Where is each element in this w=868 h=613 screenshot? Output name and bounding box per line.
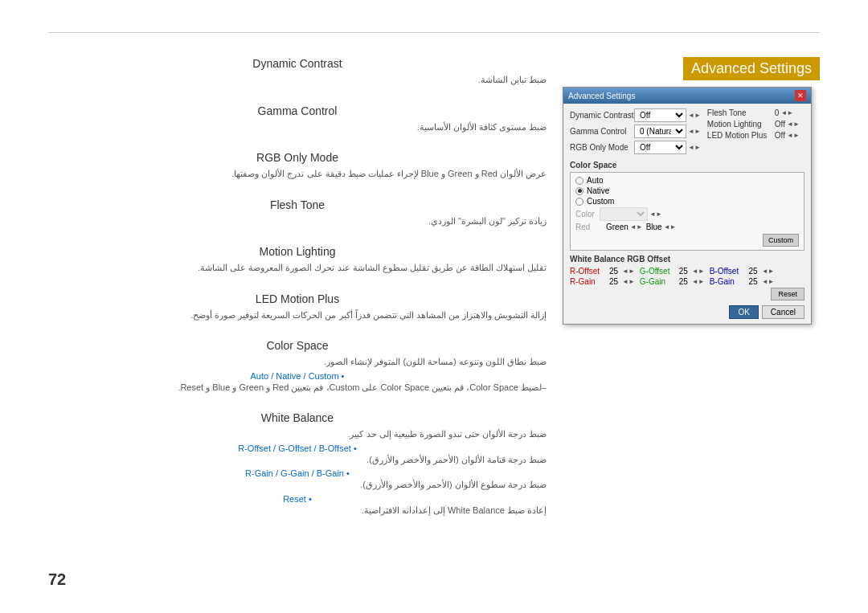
- motion-arrows: ◄►: [787, 121, 800, 128]
- advanced-settings-title: Advanced Settings: [683, 57, 820, 80]
- gamma-arrows: ◄►: [688, 128, 701, 135]
- r-offset-arrows: ◄►: [622, 268, 635, 275]
- g-gain-val: 25: [672, 277, 688, 286]
- radio-native-label: Native: [587, 186, 609, 195]
- r-gain-val: 25: [602, 277, 618, 286]
- g-gain-arrows: ◄►: [692, 278, 705, 285]
- r-offset-val: 25: [602, 267, 618, 276]
- ok-button[interactable]: OK: [729, 305, 758, 319]
- content-area: Dynamic Contrast ضبط تباين الشاشة. Gamma…: [48, 57, 820, 534]
- section-color-space-sub: –لضبط Color Space، قم بتعيين Color Space…: [48, 381, 547, 394]
- dynamic-contrast-arrows: ◄►: [688, 112, 701, 119]
- blue-label-inline: Blue: [646, 223, 662, 231]
- r-gain-arrows: ◄►: [622, 278, 635, 285]
- section-desc-dynamic-contrast: ضبط تباين الشاشة.: [48, 73, 547, 87]
- radio-auto: Auto: [575, 176, 799, 185]
- gamma-select[interactable]: 0 (Natural): [634, 125, 686, 138]
- wb-gain-links: R-Gain / G-Gain / B-Gain •: [48, 468, 547, 478]
- section-desc-flesh-tone: زيادة تركيز "لون البشرة" الوردي.: [48, 215, 547, 228]
- section-dynamic-contrast: Dynamic Contrast ضبط تباين الشاشة.: [48, 57, 547, 87]
- section-flesh-tone: Flesh Tone زيادة تركيز "لون البشرة" الور…: [48, 198, 547, 228]
- led-arrows: ◄►: [787, 132, 800, 139]
- color-space-section-title: Color Space: [570, 161, 805, 170]
- radio-custom-label: Custom: [587, 197, 614, 206]
- dialog-row-led: LED Motion Plus Off ◄►: [707, 131, 805, 140]
- top-divider: [48, 32, 820, 33]
- section-gamma-control: Gamma Control ضبط مستوى كثافة الألوان ال…: [48, 104, 547, 134]
- green-label-inline: Green: [606, 223, 628, 231]
- g-offset-arrows: ◄►: [692, 268, 705, 275]
- dialog-body: Dynamic Contrast Off ◄► Gamma Control: [563, 104, 811, 324]
- section-title-motion-lighting: Motion Lighting: [48, 245, 547, 258]
- dynamic-contrast-label: Dynamic Contrast: [570, 111, 634, 120]
- radio-native: Native: [575, 186, 799, 195]
- color-arrows: ◄►: [649, 210, 662, 218]
- color-select[interactable]: [600, 207, 648, 221]
- wb-offset-row: R-Offset 25 ◄► G-Offset 25 ◄► B-Offset 2…: [570, 267, 805, 276]
- wb-reset-button[interactable]: Reset: [771, 288, 805, 300]
- section-color-space: Color Space ضبط نطاق اللون وتنوعه (مساحة…: [48, 339, 547, 394]
- dynamic-contrast-select[interactable]: Off: [634, 108, 686, 122]
- section-title-flesh-tone: Flesh Tone: [48, 198, 547, 211]
- radio-custom-dot: [575, 198, 583, 206]
- radio-auto-dot: [575, 177, 583, 185]
- right-panel: Advanced Settings Advanced Settings ✕: [563, 57, 820, 534]
- section-title-rgb-only-mode: RGB Only Mode: [48, 151, 547, 164]
- advanced-settings-title-bar: Advanced Settings: [563, 57, 820, 80]
- wb-offset-links: R-Offset / G-Offset / B-Offset •: [48, 443, 547, 453]
- cancel-button[interactable]: Cancel: [762, 305, 805, 319]
- dialog-close-button[interactable]: ✕: [795, 90, 806, 101]
- wb-section: R-Offset 25 ◄► G-Offset 25 ◄► B-Offset 2…: [570, 267, 805, 300]
- dialog-right-col: Flesh Tone 0 ◄► Motion Lighting Off ◄►: [707, 108, 805, 157]
- dialog-row-motion: Motion Lighting Off ◄►: [707, 120, 805, 129]
- motion-value: Off: [775, 120, 785, 129]
- rgb-select[interactable]: Off: [634, 141, 686, 154]
- section-led-motion-plus: LED Motion Plus إزالة التشويش والاهتزاز …: [48, 292, 547, 322]
- wb-gain-desc: ضبط درجة سطوع الألوان (الأحمر والأخضر وا…: [48, 478, 547, 492]
- r-gain-label: R-Gain: [570, 277, 602, 286]
- color-row-color: Color ◄►: [575, 207, 799, 221]
- b-offset-arrows: ◄►: [762, 268, 775, 275]
- section-title-white-balance: White Balance: [48, 411, 547, 424]
- color-space-box: Auto Native Custom Color: [570, 172, 805, 251]
- section-desc-led-motion-plus: إزالة التشويش والاهتزاز من المشاهد التي …: [48, 309, 547, 322]
- dialog-top-rows: Dynamic Contrast Off ◄► Gamma Control: [570, 108, 805, 157]
- section-desc-motion-lighting: تقليل استهلاك الطاقة عن طريق تقليل سطوع …: [48, 261, 547, 275]
- advanced-settings-dialog: Advanced Settings ✕ Dynamic Contrast Off: [563, 87, 812, 325]
- wb-reset-link-text: Reset •: [283, 494, 312, 504]
- gamma-label: Gamma Control: [570, 127, 634, 136]
- color-space-links-text: Auto / Native / Custom •: [251, 371, 345, 381]
- b-offset-val: 25: [742, 267, 758, 276]
- custom-button[interactable]: Custom: [763, 234, 799, 247]
- g-offset-val: 25: [672, 267, 688, 276]
- section-white-balance: White Balance ضبط درجة الألوان حتى تبدو …: [48, 411, 547, 517]
- dialog-titlebar: Advanced Settings ✕: [563, 88, 811, 104]
- section-desc-gamma-control: ضبط مستوى كثافة الألوان الأساسية.: [48, 121, 547, 134]
- section-desc-rgb-only-mode: عرض الألوان Red و Green و Blue لإجراء عم…: [48, 167, 547, 181]
- wb-section-title: White Balance RGB Offset: [570, 255, 805, 264]
- wb-reset-link: Reset •: [48, 494, 547, 504]
- section-title-color-space: Color Space: [48, 339, 547, 352]
- section-desc-color-space: ضبط نطاق اللون وتنوعه (مساحة اللون) المت…: [48, 355, 547, 369]
- section-desc-white-balance: ضبط درجة الألوان حتى تبدو الصورة طبيعية …: [48, 427, 547, 441]
- green-arrows: ◄►: [630, 223, 643, 231]
- dialog-row-flesh: Flesh Tone 0 ◄►: [707, 108, 805, 117]
- g-offset-label: G-Offset: [640, 267, 672, 276]
- section-title-gamma-control: Gamma Control: [48, 104, 547, 117]
- radio-auto-label: Auto: [587, 176, 604, 185]
- b-gain-label: B-Gain: [710, 277, 742, 286]
- wb-offset-links-text: R-Offset / G-Offset / B-Offset •: [238, 443, 357, 453]
- flesh-value: 0: [775, 108, 780, 117]
- b-gain-arrows: ◄►: [762, 278, 775, 285]
- dialog-row-rgb: RGB Only Mode Off ◄►: [570, 141, 701, 154]
- page-container: Dynamic Contrast ضبط تباين الشاشة. Gamma…: [0, 0, 868, 613]
- radio-custom: Custom: [575, 197, 799, 206]
- b-offset-label: B-Offset: [710, 267, 742, 276]
- g-gain-label: G-Gain: [640, 277, 672, 286]
- wb-gain-row: R-Gain 25 ◄► G-Gain 25 ◄► B-Gain 25 ◄►: [570, 277, 805, 286]
- red-label: Red: [575, 223, 600, 231]
- section-rgb-only-mode: RGB Only Mode عرض الألوان Red و Green و …: [48, 151, 547, 181]
- section-motion-lighting: Motion Lighting تقليل استهلاك الطاقة عن …: [48, 245, 547, 275]
- dialog-row-gamma: Gamma Control 0 (Natural) ◄►: [570, 125, 701, 138]
- wb-gain-links-text: R-Gain / G-Gain / B-Gain •: [245, 468, 350, 478]
